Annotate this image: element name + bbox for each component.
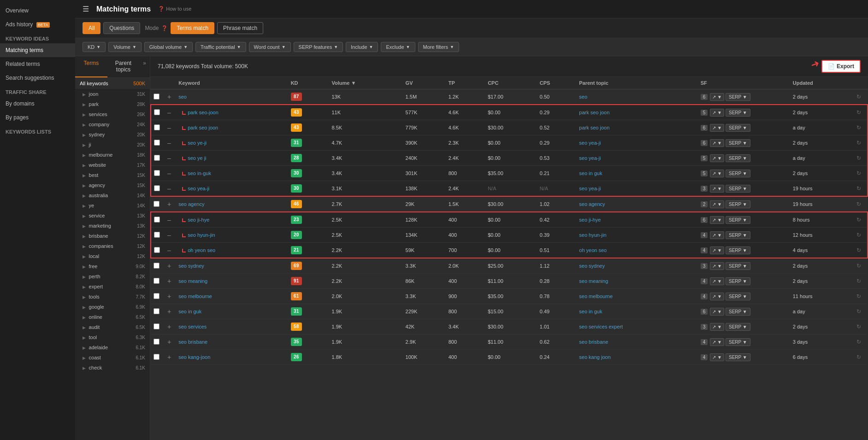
serp-button[interactable]: SERP ▼ bbox=[726, 216, 750, 224]
row-parent-topic-cell[interactable]: seo melbourne bbox=[576, 289, 697, 304]
col-cpc[interactable]: CPC bbox=[485, 77, 537, 89]
col-cps[interactable]: CPS bbox=[537, 77, 576, 89]
keyword-list-item[interactable]: ▶ park28K bbox=[75, 99, 150, 109]
row-checkbox[interactable] bbox=[154, 155, 160, 161]
exclude-filter[interactable]: Exclude ▼ bbox=[381, 42, 415, 52]
sidebar-item-by-pages[interactable]: By pages bbox=[0, 111, 75, 124]
add-keyword-button[interactable]: – bbox=[165, 154, 173, 162]
trend-button[interactable]: ↗ ▼ bbox=[710, 293, 724, 300]
add-keyword-button[interactable]: – bbox=[165, 231, 173, 239]
row-checkbox[interactable] bbox=[154, 323, 159, 329]
serp-button[interactable]: SERP ▼ bbox=[726, 231, 750, 239]
row-parent-topic-cell[interactable]: seo hyun-jin bbox=[576, 228, 697, 243]
keyword-list-item[interactable]: ▶ marketing13K bbox=[75, 221, 150, 231]
keyword-list-item[interactable]: ▶ tools7.7K bbox=[75, 292, 150, 302]
serp-button[interactable]: SERP ▼ bbox=[726, 200, 750, 208]
row-keyword-cell[interactable]: seo agency bbox=[176, 196, 288, 212]
add-keyword-button[interactable]: + bbox=[165, 200, 173, 208]
sidebar-item-overview[interactable]: Overview bbox=[0, 4, 75, 18]
trend-button[interactable]: ↗ ▼ bbox=[710, 216, 724, 224]
serp-button[interactable]: SERP ▼ bbox=[726, 353, 750, 361]
word-count-filter[interactable]: Word count ▼ bbox=[249, 42, 291, 52]
sidebar-item-related-terms[interactable]: Related terms bbox=[0, 57, 75, 71]
row-parent-topic-cell[interactable]: park seo joon bbox=[576, 105, 697, 120]
row-parent-topic-cell[interactable]: park seo joon bbox=[576, 120, 697, 135]
refresh-icon[interactable]: ↻ bbox=[856, 293, 861, 299]
help-link[interactable]: ❓ How to use bbox=[158, 6, 191, 12]
row-checkbox[interactable] bbox=[154, 94, 159, 100]
all-keywords-header[interactable]: All keywords 500K bbox=[75, 78, 150, 89]
keyword-list-item[interactable]: ▶ services26K bbox=[75, 109, 150, 119]
add-keyword-button[interactable]: – bbox=[165, 109, 173, 116]
row-keyword-cell[interactable]: seo hyun-jin bbox=[176, 228, 288, 243]
add-keyword-button[interactable]: + bbox=[165, 353, 173, 361]
refresh-icon[interactable]: ↻ bbox=[856, 170, 861, 176]
row-checkbox[interactable] bbox=[154, 140, 160, 146]
trend-button[interactable]: ↗ ▼ bbox=[710, 338, 724, 346]
add-keyword-button[interactable]: + bbox=[165, 93, 173, 100]
keyword-list-item[interactable]: ▶ perth8.2K bbox=[75, 271, 150, 282]
refresh-icon[interactable]: ↻ bbox=[856, 308, 861, 315]
row-keyword-cell[interactable]: seo ye ji bbox=[176, 151, 288, 166]
keyword-list-item[interactable]: ▶ check6.1K bbox=[75, 363, 150, 373]
row-checkbox[interactable] bbox=[154, 263, 159, 269]
add-keyword-button[interactable]: + bbox=[165, 293, 173, 300]
row-keyword-cell[interactable]: seo services bbox=[176, 319, 288, 334]
serp-button[interactable]: SERP ▼ bbox=[726, 277, 750, 285]
trend-button[interactable]: ↗ ▼ bbox=[710, 323, 724, 331]
keyword-list-item[interactable]: ▶ adelaide6.1K bbox=[75, 342, 150, 352]
row-parent-topic-cell[interactable]: seo yea-ji bbox=[576, 151, 697, 166]
serp-button[interactable]: SERP ▼ bbox=[726, 323, 750, 331]
refresh-icon[interactable]: ↻ bbox=[856, 354, 861, 360]
phrase-match-button[interactable]: Phrase match bbox=[217, 22, 263, 34]
trend-button[interactable]: ↗ ▼ bbox=[710, 109, 724, 117]
row-keyword-cell[interactable]: seo meaning bbox=[176, 274, 288, 289]
add-keyword-button[interactable]: + bbox=[165, 323, 173, 330]
keyword-list-item[interactable]: ▶ ji20K bbox=[75, 140, 150, 150]
refresh-icon[interactable]: ↻ bbox=[856, 232, 861, 238]
volume-filter[interactable]: Volume ▼ bbox=[108, 42, 142, 52]
serp-button[interactable]: SERP ▼ bbox=[726, 293, 750, 300]
add-keyword-button[interactable]: – bbox=[165, 185, 173, 192]
refresh-icon[interactable]: ↻ bbox=[856, 155, 861, 161]
col-keyword[interactable]: Keyword bbox=[176, 77, 288, 89]
keyword-list-item[interactable]: ▶ google6.9K bbox=[75, 302, 150, 312]
refresh-icon[interactable]: ↻ bbox=[856, 247, 861, 253]
refresh-icon[interactable]: ↻ bbox=[856, 109, 861, 116]
refresh-icon[interactable]: ↻ bbox=[856, 339, 861, 345]
keyword-list-item[interactable]: ▶ audit6.5K bbox=[75, 322, 150, 332]
trend-button[interactable]: ↗ ▼ bbox=[710, 93, 724, 101]
row-keyword-cell[interactable]: seo brisbane bbox=[176, 334, 288, 350]
add-keyword-button[interactable]: + bbox=[165, 308, 173, 315]
terms-match-button[interactable]: Terms match bbox=[171, 22, 214, 34]
row-keyword-cell[interactable]: seo in guk bbox=[176, 304, 288, 319]
keyword-list-item[interactable]: ▶ tool6.3K bbox=[75, 332, 150, 342]
keyword-list-item[interactable]: ▶ expert8.0K bbox=[75, 282, 150, 292]
keyword-list-item[interactable]: ▶ agency15K bbox=[75, 180, 150, 190]
row-keyword-cell[interactable]: seo melbourne bbox=[176, 289, 288, 304]
refresh-icon[interactable]: ↻ bbox=[856, 140, 861, 146]
traffic-potential-filter[interactable]: Traffic potential ▼ bbox=[195, 42, 246, 52]
add-keyword-button[interactable]: – bbox=[165, 139, 173, 147]
sidebar-item-ads-history[interactable]: Ads history BETA bbox=[0, 18, 75, 31]
col-volume[interactable]: Volume ▼ bbox=[329, 77, 403, 89]
keyword-list-item[interactable]: ▶ australia14K bbox=[75, 190, 150, 200]
kd-filter[interactable]: KD ▼ bbox=[83, 42, 106, 52]
more-filters-filter[interactable]: More filters ▼ bbox=[418, 42, 459, 52]
serp-button[interactable]: SERP ▼ bbox=[726, 124, 750, 132]
row-keyword-cell[interactable]: seo ye-ji bbox=[176, 135, 288, 151]
trend-button[interactable]: ↗ ▼ bbox=[710, 231, 724, 239]
trend-button[interactable]: ↗ ▼ bbox=[710, 124, 724, 132]
trend-button[interactable]: ↗ ▼ bbox=[710, 277, 724, 285]
row-checkbox[interactable] bbox=[154, 109, 160, 115]
keyword-list-item[interactable]: ▶ sydney20K bbox=[75, 129, 150, 140]
serp-button[interactable]: SERP ▼ bbox=[726, 93, 750, 101]
row-checkbox[interactable] bbox=[154, 170, 160, 176]
trend-button[interactable]: ↗ ▼ bbox=[710, 353, 724, 361]
row-parent-topic-cell[interactable]: seo in guk bbox=[576, 304, 697, 319]
add-keyword-button[interactable]: + bbox=[165, 277, 173, 285]
questions-button[interactable]: Questions bbox=[103, 22, 140, 34]
serp-button[interactable]: SERP ▼ bbox=[726, 109, 750, 117]
serp-button[interactable]: SERP ▼ bbox=[726, 154, 750, 162]
sidebar-item-by-domains[interactable]: By domains bbox=[0, 97, 75, 111]
